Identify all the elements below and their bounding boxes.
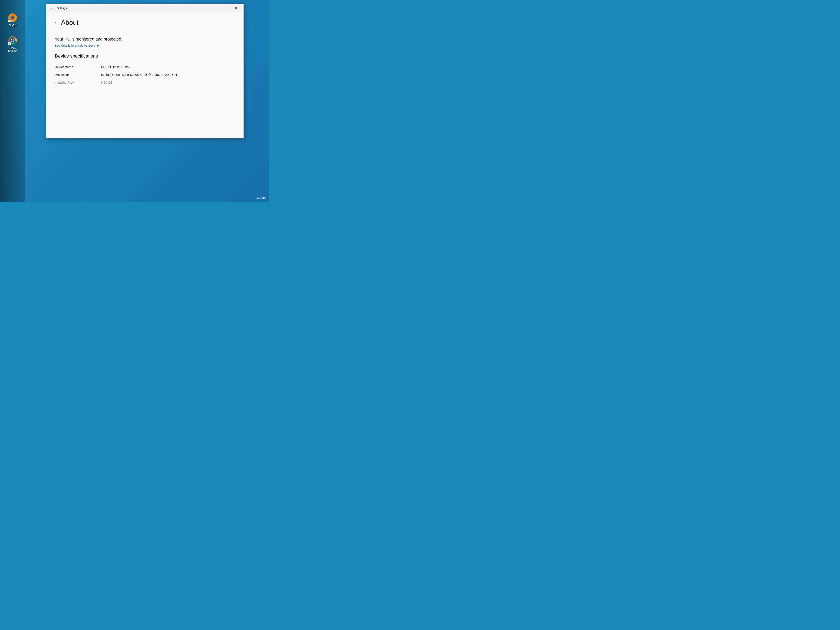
chrome-shortcut-arrow: ↗ — [8, 42, 11, 45]
firefox-label: Firefox — [9, 24, 17, 27]
device-specs-section: Device specifications Device name DESKTO… — [55, 53, 235, 86]
close-button[interactable]: ✕ — [231, 5, 241, 11]
title-bar-nav: ← Settings — [49, 5, 212, 11]
home-icon: ⌂ — [55, 20, 58, 25]
watermark: SALVEX — [256, 197, 267, 199]
spec-label-processor: Processor — [55, 73, 97, 76]
desktop-icons-container: ↗ Firefox ↗ Goo — [4, 13, 21, 52]
desktop: Re ↗ Firefox — [0, 0, 269, 202]
svg-point-3 — [12, 17, 13, 19]
minimize-button[interactable]: — — [212, 5, 221, 11]
spec-label-ram: Installed RAM — [55, 81, 97, 84]
maximize-button[interactable]: □ — [221, 5, 231, 11]
page-header: ⌂ About — [55, 19, 235, 31]
security-status: Your PC is monitored and protected. See … — [55, 37, 235, 47]
spec-row-device-name: Device name DESKTOP-26A9125 — [55, 63, 235, 71]
spec-value-processor: Intel(R) Core(TM) i5-6300U CPU @ 2.40GHz… — [101, 73, 235, 76]
settings-window: ← Settings — □ ✕ ⌂ About Your PC is moni… — [46, 4, 243, 138]
spec-row-processor: Processor Intel(R) Core(TM) i5-6300U CPU… — [55, 71, 235, 79]
window-title: Settings — [57, 6, 67, 9]
content-area: ⌂ About Your PC is monitored and protect… — [46, 13, 243, 138]
device-specs-title: Device specifications — [55, 53, 235, 59]
chrome-icon-item[interactable]: ↗ Google Chrome — [4, 35, 21, 52]
spec-value-ram: 8.00 GB — [101, 81, 235, 84]
security-status-text: Your PC is monitored and protected. — [55, 37, 235, 41]
firefox-icon-item[interactable]: ↗ Firefox — [4, 13, 21, 27]
spec-label-device-name: Device name — [55, 65, 97, 69]
chrome-label: Google Chrome — [4, 47, 21, 52]
title-bar: ← Settings — □ ✕ — [46, 4, 243, 13]
back-button[interactable]: ← — [49, 5, 55, 11]
windows-security-link[interactable]: See details in Windows Security — [55, 44, 99, 47]
spec-value-device-name: DESKTOP-26A9125 — [101, 65, 235, 69]
spec-row-ram: Installed RAM 8.00 GB — [55, 79, 235, 86]
page-title: About — [61, 19, 79, 27]
firefox-shortcut-arrow: ↗ — [8, 19, 11, 22]
window-controls: — □ ✕ — [212, 5, 241, 11]
svg-point-5 — [11, 39, 14, 41]
